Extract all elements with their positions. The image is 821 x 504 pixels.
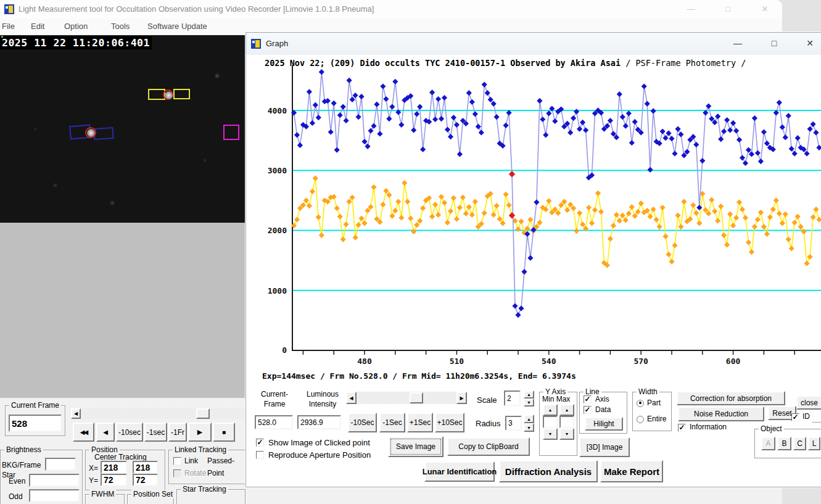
close-graph-button[interactable]: close xyxy=(796,395,821,410)
star-tracking-group: Star Tracking xyxy=(176,489,245,504)
graph-close-icon[interactable]: ✕ xyxy=(803,38,817,48)
menu-tools[interactable]: Tools xyxy=(111,22,130,31)
ymax-field[interactable] xyxy=(559,416,574,428)
light-curve-chart[interactable]: 48051054057060010002000300040000 xyxy=(246,55,821,370)
scale-down-icon[interactable]: ▼ xyxy=(524,399,534,407)
menu-edit[interactable]: Edit xyxy=(31,22,44,31)
maximize-icon[interactable]: □ xyxy=(722,4,734,14)
position-x-center-field[interactable]: 218 xyxy=(101,461,127,474)
object-a-button[interactable]: A xyxy=(761,437,775,450)
information-checkbox[interactable]: ✓ xyxy=(678,424,686,432)
data-checkbox[interactable]: ✓ xyxy=(584,406,592,414)
position-y-center-field[interactable]: 72 xyxy=(101,474,127,486)
scrollbar-thumb[interactable] xyxy=(196,408,210,419)
minus-1sec-button[interactable]: -1sec xyxy=(144,423,167,442)
part-radio[interactable] xyxy=(637,400,644,407)
radius-field[interactable]: 3 xyxy=(505,416,522,431)
position-y-tracking-field[interactable]: 72 xyxy=(133,474,158,486)
ymax-up-icon[interactable]: ▲ xyxy=(559,404,574,416)
object-l-button[interactable]: L xyxy=(808,437,820,450)
scrollbar-left-arrow-icon[interactable]: ◀ xyxy=(71,408,81,419)
radius-up-icon[interactable]: ▲ xyxy=(524,415,534,423)
scale-up-icon[interactable]: ▲ xyxy=(524,390,534,399)
lunar-identification-button[interactable]: Lunar Identification xyxy=(424,461,495,482)
scale-label: Scale xyxy=(477,395,497,405)
link-checkbox[interactable] xyxy=(173,457,181,465)
make-report-button[interactable]: Make Report xyxy=(600,460,663,482)
aperture-box-magenta[interactable] xyxy=(223,125,239,140)
object-c-button[interactable]: C xyxy=(793,437,806,450)
minus-1sec-graph-button[interactable]: -1Sec xyxy=(379,413,405,432)
step-back-button[interactable]: ◀ xyxy=(96,423,115,442)
graph-current-frame-field[interactable]: 528.0 xyxy=(255,415,293,429)
3d-image-button[interactable]: [3D] Image xyxy=(579,437,630,457)
hilight-button[interactable]: Hilight xyxy=(585,417,623,431)
graph-titlebar: Graph — □ ✕ xyxy=(246,33,821,55)
highlighted-point[interactable] xyxy=(509,171,515,177)
menu-option[interactable]: Option xyxy=(64,22,88,31)
scrollbar-track[interactable] xyxy=(81,408,245,419)
target-star-points[interactable] xyxy=(291,69,821,318)
object-b-button[interactable]: B xyxy=(777,437,791,450)
stop-button[interactable]: ■ xyxy=(213,423,235,442)
star-even-field[interactable] xyxy=(29,474,80,487)
save-image-button[interactable]: Save Image xyxy=(388,436,444,457)
aperture-bkg-box-right-yellow[interactable] xyxy=(173,89,190,99)
graph-maximize-icon[interactable]: □ xyxy=(767,38,781,48)
comparison-star-points[interactable] xyxy=(291,175,821,268)
id-checkbox[interactable]: ✓ xyxy=(791,413,799,421)
graph-minimize-icon[interactable]: — xyxy=(731,38,745,48)
aperture-ring-target[interactable] xyxy=(163,89,173,100)
luminous-intensity-field[interactable]: 2936.9 xyxy=(297,415,341,429)
object-label: Object xyxy=(759,424,784,433)
copy-to-clipboard-button[interactable]: Copy to ClipBoard xyxy=(447,437,530,456)
plus-1sec-graph-button[interactable]: +1Sec xyxy=(407,413,433,432)
close-icon[interactable]: ✕ xyxy=(759,4,771,14)
graph-scrollbar-left-arrow-icon[interactable]: ◀ xyxy=(346,392,357,404)
minimize-icon[interactable]: — xyxy=(685,4,697,14)
aperture-bkg-box-right-blue[interactable] xyxy=(93,127,113,140)
point-label: Point xyxy=(207,469,224,477)
radius-down-icon[interactable]: ▼ xyxy=(524,423,534,432)
ymin-field[interactable] xyxy=(543,416,558,428)
axis-checkbox[interactable]: ✓ xyxy=(584,395,592,403)
ymin-down-icon[interactable]: ▼ xyxy=(543,428,558,440)
star-odd-field[interactable] xyxy=(29,489,80,502)
rotate-checkbox[interactable] xyxy=(173,469,181,477)
information-label: Information xyxy=(690,423,727,431)
minus-1frame-button[interactable]: -1Fr xyxy=(168,423,187,442)
correction-absorption-button[interactable]: Correction for absorption xyxy=(677,391,785,405)
linked-tracking-group: Linked Tracking Link Passed- Rotate Poin… xyxy=(168,450,245,484)
graph-scrollbar-right-arrow-icon[interactable]: ▶ xyxy=(456,392,467,404)
id-label: ID xyxy=(802,412,810,421)
width-group: Width Part Entire xyxy=(632,392,672,431)
ymin-up-icon[interactable]: ▲ xyxy=(543,404,558,416)
highlighted-point[interactable] xyxy=(509,212,515,218)
graph-scrollbar[interactable]: ◀ ▶ xyxy=(346,392,467,404)
entire-radio[interactable] xyxy=(637,416,644,423)
menu-file[interactable]: File xyxy=(2,22,15,31)
plus-10sec-graph-button[interactable]: +10Sec xyxy=(435,413,464,432)
aperture-ring-comparison[interactable] xyxy=(85,127,96,138)
graph-window: Graph — □ ✕ 2025 Nov 22; (209) Dido occu… xyxy=(245,32,821,487)
frame-scrollbar[interactable]: ◀ xyxy=(71,408,245,419)
minus-10sec-button[interactable]: -10sec xyxy=(116,423,143,442)
rewind-button[interactable]: ◀◀ xyxy=(73,423,94,442)
bkg-frame-field[interactable] xyxy=(45,458,76,471)
noise-reduction-button[interactable]: Noise Reduction xyxy=(678,407,764,421)
position-x-tracking-field[interactable]: 218 xyxy=(133,461,158,474)
ymax-down-icon[interactable]: ▼ xyxy=(559,428,574,440)
minus-10sec-graph-button[interactable]: -10Sec xyxy=(348,413,377,432)
current-frame-field[interactable]: 528 xyxy=(9,415,62,432)
y-axis-group: Y Axis Min Max ▲ ▲ ▼ ▼ xyxy=(539,392,577,456)
show-image-checkbox[interactable]: ✓ xyxy=(256,439,264,447)
scale-field[interactable]: 2 xyxy=(504,390,521,406)
diffraction-analysis-button[interactable]: Diffraction Analysis xyxy=(499,460,598,482)
reproduce-aperture-checkbox[interactable] xyxy=(256,451,264,459)
play-button[interactable]: ▶ xyxy=(188,423,212,442)
y-label: Y= xyxy=(89,476,98,485)
menu-software-update[interactable]: Software Update xyxy=(147,22,207,31)
graph-scrollbar-thumb[interactable] xyxy=(410,392,423,403)
graph-scrollbar-track[interactable] xyxy=(357,392,456,404)
video-display[interactable]: 2025 11 22 11:20:06:401 xyxy=(0,35,245,223)
